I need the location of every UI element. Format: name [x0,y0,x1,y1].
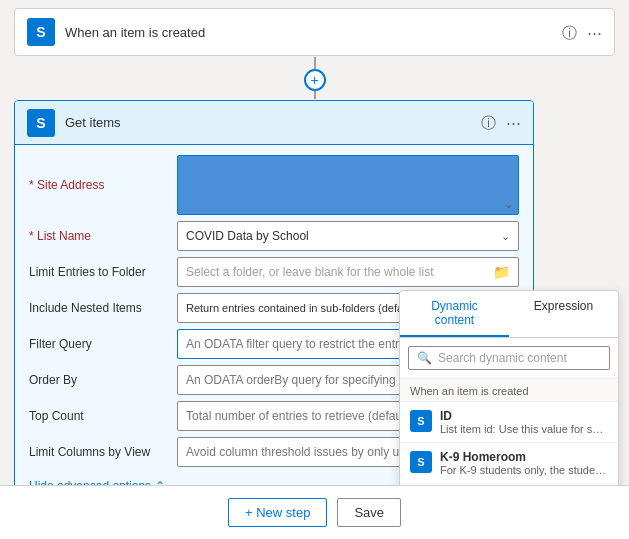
dynamic-item-k9-desc: For K-9 students only, the student's hom… [440,464,608,476]
list-name-select[interactable]: COVID Data by School ⌄ [177,221,519,251]
list-name-chevron-icon: ⌄ [501,230,510,243]
dynamic-item-id-icon: S [410,410,432,432]
site-address-row: * Site Address ⌄ [29,155,519,215]
connector-line-bottom [314,91,316,99]
limit-columns-label: Limit Columns by View [29,445,177,459]
tab-dynamic-content[interactable]: Dynamic content [400,291,509,337]
list-name-control: COVID Data by School ⌄ [177,221,519,251]
section-label: When an item is created [400,379,618,401]
search-box: 🔍 Search dynamic content [408,346,610,370]
trigger-title: When an item is created [65,25,562,40]
dynamic-item-k9-title: K-9 Homeroom [440,450,608,464]
list-name-row: * List Name COVID Data by School ⌄ [29,221,519,251]
list-name-value: COVID Data by School [186,229,309,243]
top-count-label: Top Count [29,409,177,423]
get-items-header: S Get items ⓘ ⋯ [15,101,533,145]
trigger-help-icon[interactable]: ⓘ [562,25,577,40]
trigger-card: S When an item is created ⓘ ⋯ [14,8,615,56]
get-items-more-icon[interactable]: ⋯ [506,115,521,130]
get-items-help-icon[interactable]: ⓘ [481,115,496,130]
site-address-input[interactable]: ⌄ [177,155,519,215]
folder-icon: 📁 [493,264,510,280]
filter-query-label: Filter Query [29,337,177,351]
dynamic-item-k9-content: K-9 Homeroom For K-9 students only, the … [440,450,608,476]
trigger-actions: ⓘ ⋯ [562,25,602,40]
dynamic-item-id-desc: List item id: Use this value for specify… [440,423,608,435]
dynamic-item-id-title: ID [440,409,608,423]
site-address-label: * Site Address [29,178,177,192]
save-button[interactable]: Save [337,498,401,527]
dynamic-search-area: 🔍 Search dynamic content [400,338,618,379]
limit-entries-input[interactable]: Select a folder, or leave blank for the … [177,257,519,287]
add-step-button[interactable]: + [304,69,326,91]
list-name-label: * List Name [29,229,177,243]
dynamic-item-id[interactable]: S ID List item id: Use this value for sp… [400,401,618,442]
limit-entries-placeholder: Select a folder, or leave blank for the … [186,265,433,279]
get-items-actions: ⓘ ⋯ [481,115,521,130]
order-by-label: Order By [29,373,177,387]
site-address-control: ⌄ [177,155,519,215]
dynamic-item-k9-icon: S [410,451,432,473]
new-step-button[interactable]: + New step [228,498,327,527]
connector-line-top [314,57,316,69]
limit-entries-control: Select a folder, or leave blank for the … [177,257,519,287]
dynamic-item-k9[interactable]: S K-9 Homeroom For K-9 students only, th… [400,442,618,483]
get-items-title: Get items [65,115,481,130]
dynamic-item-id-content: ID List item id: Use this value for spec… [440,409,608,435]
trigger-icon: S [27,18,55,46]
limit-entries-label: Limit Entries to Folder [29,265,177,279]
tab-expression[interactable]: Expression [509,291,618,337]
dynamic-panel-tabs: Dynamic content Expression [400,291,618,338]
canvas: S When an item is created ⓘ ⋯ + S Get it… [0,0,629,539]
include-nested-label: Include Nested Items [29,301,177,315]
limit-entries-row: Limit Entries to Folder Select a folder,… [29,257,519,287]
site-address-chevron-icon: ⌄ [504,198,513,210]
get-items-icon: S [27,109,55,137]
connector: + [304,57,326,99]
search-icon: 🔍 [417,351,432,365]
bottom-bar: + New step Save [0,485,629,539]
search-input[interactable]: Search dynamic content [438,351,601,365]
trigger-more-icon[interactable]: ⋯ [587,25,602,40]
